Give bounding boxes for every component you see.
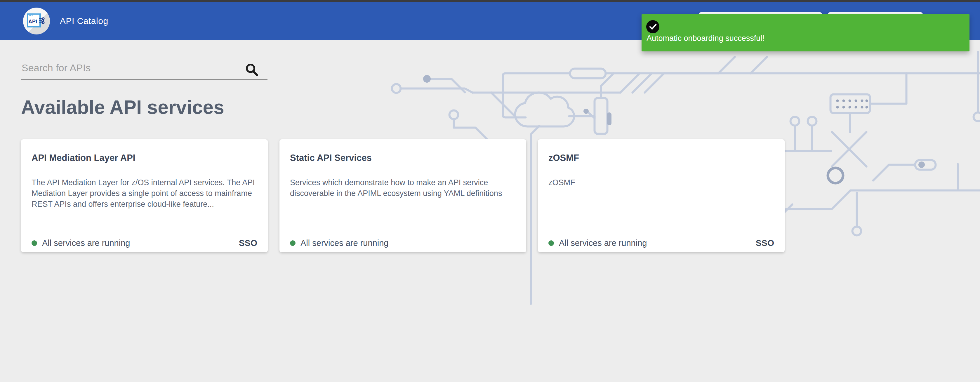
- api-catalog-logo: API: [23, 8, 50, 35]
- card-title: zOSMF: [549, 153, 774, 163]
- toast-message: Automatic onboarding successful!: [646, 34, 765, 43]
- service-card-zosmf[interactable]: zOSMF zOSMF All services are running SSO: [538, 139, 784, 252]
- search-icon[interactable]: [244, 62, 259, 77]
- svg-text:API: API: [28, 19, 37, 24]
- status-ok-dot: [549, 240, 554, 246]
- search-field: [21, 60, 267, 80]
- status-ok-dot: [290, 240, 296, 246]
- app-title: API Catalog: [60, 16, 108, 26]
- window-top-strip: [0, 0, 980, 2]
- api-window-icon: API: [27, 13, 46, 29]
- status-text: All services are running: [301, 238, 388, 248]
- card-footer: All services are running SSO: [32, 237, 257, 249]
- service-cards-row: API Mediation Layer API The API Mediatio…: [21, 139, 980, 252]
- card-description: The API Mediation Layer for z/OS interna…: [32, 177, 257, 210]
- page-title: Available API services: [21, 96, 980, 118]
- status-text: All services are running: [42, 238, 130, 248]
- status-text: All services are running: [559, 238, 647, 248]
- card-description: zOSMF: [549, 177, 774, 188]
- success-toast: Automatic onboarding successful!: [641, 14, 969, 51]
- service-card-api-mediation-layer[interactable]: API Mediation Layer API The API Mediatio…: [21, 139, 268, 252]
- card-title: Static API Services: [290, 153, 516, 163]
- main-content: Available API services API Mediation Lay…: [0, 60, 980, 252]
- card-footer: All services are running SSO: [549, 237, 774, 249]
- card-description: Services which demonstrate how to make a…: [290, 177, 516, 199]
- card-footer: All services are running: [290, 237, 516, 249]
- check-circle-icon: [646, 20, 659, 33]
- status-ok-dot: [32, 240, 37, 246]
- sso-badge: SSO: [756, 238, 774, 248]
- search-input[interactable]: [21, 60, 267, 80]
- service-card-static-api-services[interactable]: Static API Services Services which demon…: [280, 139, 526, 252]
- sso-badge: SSO: [239, 238, 257, 248]
- card-title: API Mediation Layer API: [32, 153, 257, 163]
